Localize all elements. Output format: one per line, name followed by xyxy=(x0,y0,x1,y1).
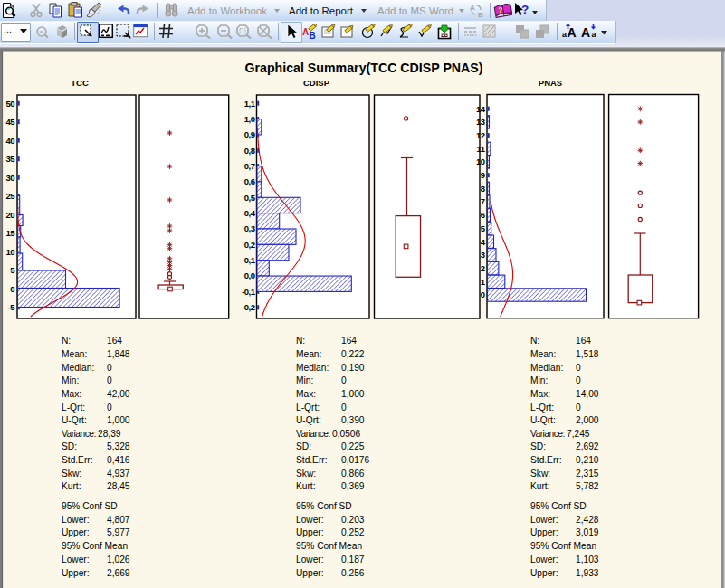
svg-text:L-Qrt:: L-Qrt: xyxy=(62,403,85,413)
svg-text:2,000: 2,000 xyxy=(576,415,599,425)
svg-text:0,390: 0,390 xyxy=(341,415,365,425)
svg-text:1,933: 1,933 xyxy=(576,568,599,578)
svg-text:N:: N: xyxy=(62,336,71,346)
svg-text:Min:: Min: xyxy=(62,375,79,385)
svg-text:Std.Err:: Std.Err: xyxy=(530,455,562,465)
svg-text:7,245: 7,245 xyxy=(567,429,590,439)
svg-text:Max:: Max: xyxy=(296,389,316,399)
svg-text:-0,2: -0,2 xyxy=(242,302,255,312)
svg-text:Lower:: Lower: xyxy=(296,515,324,525)
svg-text:SD:: SD: xyxy=(62,441,77,451)
svg-text:164: 164 xyxy=(576,336,591,346)
svg-text:Upper:: Upper: xyxy=(296,568,324,578)
svg-text:Skw:: Skw: xyxy=(62,469,81,479)
svg-text:Max:: Max: xyxy=(530,389,550,399)
svg-text:Mean:: Mean: xyxy=(530,349,556,359)
svg-text:Variance:: Variance: xyxy=(62,429,96,439)
svg-text:50: 50 xyxy=(5,99,14,109)
svg-text:5,782: 5,782 xyxy=(576,481,599,491)
svg-text:1,848: 1,848 xyxy=(107,349,130,359)
svg-text:Min:: Min: xyxy=(530,375,548,385)
svg-text:A: A xyxy=(581,25,590,40)
svg-text:Upper:: Upper: xyxy=(62,527,90,537)
svg-text:Std.Err:: Std.Err: xyxy=(296,455,328,465)
svg-text:95% Conf Mean: 95% Conf Mean xyxy=(530,541,596,551)
svg-text:0,8: 0,8 xyxy=(244,146,255,156)
svg-text:0,9: 0,9 xyxy=(244,129,255,139)
svg-text:0,252: 0,252 xyxy=(341,527,365,537)
svg-text:Upper:: Upper: xyxy=(530,527,558,537)
svg-text:0,416: 0,416 xyxy=(107,455,130,465)
svg-text:0,190: 0,190 xyxy=(341,363,365,373)
svg-text:15: 15 xyxy=(5,228,15,238)
svg-text:Lower:: Lower: xyxy=(530,555,558,564)
svg-text:A: A xyxy=(302,27,309,37)
svg-text:10: 10 xyxy=(5,247,14,257)
svg-text:0,225: 0,225 xyxy=(341,441,365,451)
svg-text:TCC: TCC xyxy=(71,78,89,88)
svg-text:0,0506: 0,0506 xyxy=(332,429,360,439)
svg-text:0: 0 xyxy=(107,363,112,373)
svg-text:?: ? xyxy=(498,5,502,14)
svg-text:164: 164 xyxy=(107,336,122,346)
svg-text:0,369: 0,369 xyxy=(341,481,365,491)
svg-text:10: 10 xyxy=(476,156,485,166)
svg-text:Upper:: Upper: xyxy=(296,527,324,537)
svg-text:12: 12 xyxy=(476,130,485,140)
svg-text:28,45: 28,45 xyxy=(107,481,130,491)
svg-text:4,937: 4,937 xyxy=(107,469,130,479)
svg-text:0,5: 0,5 xyxy=(244,193,256,203)
svg-text:95% Conf Mean: 95% Conf Mean xyxy=(62,541,128,551)
svg-text:A: A xyxy=(470,4,475,12)
svg-text:1,518: 1,518 xyxy=(576,349,599,359)
svg-text:4,807: 4,807 xyxy=(107,515,130,525)
svg-text:2: 2 xyxy=(481,263,485,273)
svg-text:40: 40 xyxy=(5,136,14,146)
svg-text:Upper:: Upper: xyxy=(62,568,90,578)
svg-text:Variance:: Variance: xyxy=(530,429,565,439)
svg-text:164: 164 xyxy=(341,336,357,346)
svg-text:0: 0 xyxy=(481,289,485,299)
svg-text:5,328: 5,328 xyxy=(107,441,130,451)
svg-text:9: 9 xyxy=(481,170,485,180)
svg-text:Kurt:: Kurt: xyxy=(62,481,81,491)
svg-text:Lower:: Lower: xyxy=(62,515,90,525)
svg-text:SD:: SD: xyxy=(530,441,546,451)
svg-text:0: 0 xyxy=(576,363,581,373)
svg-text:SD:: SD: xyxy=(296,441,311,451)
svg-text:a: a xyxy=(592,30,597,39)
svg-text:95% Conf SD: 95% Conf SD xyxy=(296,501,352,511)
svg-text:Kurt:: Kurt: xyxy=(530,481,550,491)
svg-text:0,866: 0,866 xyxy=(341,469,365,479)
svg-text:0: 0 xyxy=(576,375,581,385)
svg-text:Variance:: Variance: xyxy=(296,429,330,439)
svg-text:14: 14 xyxy=(476,104,486,114)
svg-text:8: 8 xyxy=(481,184,485,194)
svg-text:95% Conf SD: 95% Conf SD xyxy=(62,501,118,511)
svg-text:11: 11 xyxy=(476,144,485,154)
svg-text:45: 45 xyxy=(5,117,15,127)
svg-text:1,1: 1,1 xyxy=(244,99,256,109)
svg-text:0,1: 0,1 xyxy=(244,255,256,265)
svg-text:28,39: 28,39 xyxy=(98,429,121,439)
svg-text:0: 0 xyxy=(10,284,14,294)
svg-text:2,669: 2,669 xyxy=(107,568,130,578)
svg-text:0,7: 0,7 xyxy=(244,161,255,171)
svg-text:0,0176: 0,0176 xyxy=(341,455,369,465)
svg-text:0,6: 0,6 xyxy=(244,176,255,186)
svg-text:0: 0 xyxy=(341,375,347,385)
svg-text:Std.Err:: Std.Err: xyxy=(62,455,93,465)
svg-text:Lower:: Lower: xyxy=(296,555,324,564)
svg-text:1,0: 1,0 xyxy=(244,114,255,124)
svg-text:3,019: 3,019 xyxy=(576,527,599,537)
svg-text:Graphical Summary(TCC CDISP PN: Graphical Summary(TCC CDISP PNAS) xyxy=(244,61,482,75)
svg-text:Skw:: Skw: xyxy=(296,469,316,479)
svg-text:30: 30 xyxy=(5,173,14,183)
svg-text:1,103: 1,103 xyxy=(576,555,599,564)
svg-text:0,3: 0,3 xyxy=(244,223,255,233)
svg-text:0,187: 0,187 xyxy=(341,555,365,564)
svg-text:2,315: 2,315 xyxy=(576,469,599,479)
svg-text:N:: N: xyxy=(530,336,539,346)
svg-text:1,026: 1,026 xyxy=(107,555,130,564)
svg-text:2,428: 2,428 xyxy=(576,515,599,525)
